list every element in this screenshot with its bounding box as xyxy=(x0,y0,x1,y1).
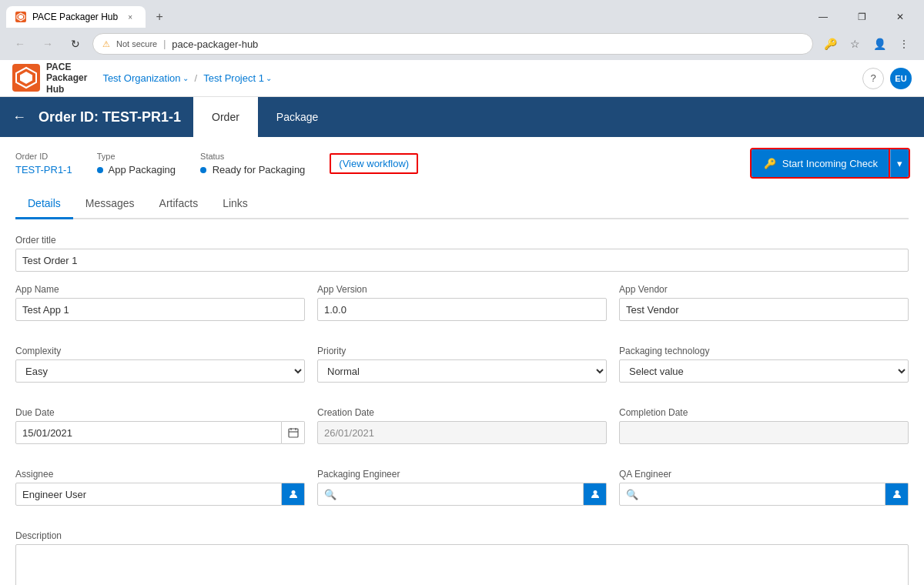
project-selector[interactable]: Test Project 1 ⌄ xyxy=(203,72,272,84)
address-bar[interactable]: ⚠ Not secure | pace-packager-hub xyxy=(92,33,813,55)
svg-point-11 xyxy=(593,490,597,494)
tab-artifacts[interactable]: Artifacts xyxy=(147,189,211,219)
forward-button[interactable]: → xyxy=(37,33,59,55)
svg-rect-6 xyxy=(289,429,298,437)
org-selector[interactable]: Test Organization ⌄ xyxy=(102,72,188,84)
description-label: Description xyxy=(15,530,909,541)
page-header: ← Order ID: TEST-PR1-1 Order Package xyxy=(0,97,924,137)
maximize-button[interactable]: ❐ xyxy=(844,6,879,28)
packaging-engineer-input[interactable] xyxy=(317,483,584,506)
packaging-engineer-select-button[interactable] xyxy=(584,483,607,506)
order-status-field: Status Ready for Packaging xyxy=(200,152,305,176)
order-title-input[interactable] xyxy=(15,249,909,272)
address-separator: | xyxy=(163,38,166,49)
tab-links[interactable]: Links xyxy=(210,189,260,219)
org-name-text: Test Organization xyxy=(102,72,180,84)
assignee-input[interactable] xyxy=(15,483,282,506)
app-vendor-input[interactable] xyxy=(619,298,909,321)
start-incoming-check-button[interactable]: 🔑 Start Incoming Check xyxy=(752,149,890,177)
bookmark-icon[interactable]: ☆ xyxy=(844,33,865,55)
details-form: Order title App Name App Version App Ven… xyxy=(15,235,909,585)
order-status-label: Status xyxy=(200,152,305,161)
tab-close-button[interactable]: × xyxy=(124,11,136,23)
key-icon[interactable]: 🔑 xyxy=(819,33,841,55)
due-date-calendar-button[interactable] xyxy=(282,421,305,444)
key-icon: 🔑 xyxy=(764,158,776,169)
browser-chrome: PACE Packager Hub × + — ❐ ✕ ← → ↻ ⚠ Not … xyxy=(0,0,924,60)
assignee-label: Assignee xyxy=(15,469,305,480)
action-button-group: 🔑 Start Incoming Check ▾ xyxy=(752,149,909,177)
assignee-select-button[interactable] xyxy=(282,483,305,506)
complexity-label: Complexity xyxy=(15,346,305,356)
view-workflow-button[interactable]: (View workflow) xyxy=(330,153,418,174)
packaging-tech-group: Packaging technology Select value MSI MS… xyxy=(619,346,909,383)
back-to-list-button[interactable]: ← xyxy=(0,109,38,125)
close-button[interactable]: ✕ xyxy=(882,6,918,28)
app-vendor-label: App Vendor xyxy=(619,284,909,295)
creation-date-label: Creation Date xyxy=(317,407,607,418)
assignee-group: Assignee xyxy=(15,469,305,506)
header-actions: ? EU xyxy=(862,68,912,89)
priority-label: Priority xyxy=(317,346,607,356)
order-status-value: Ready for Packaging xyxy=(200,164,305,176)
completion-date-input xyxy=(619,421,909,444)
completion-date-group: Completion Date xyxy=(619,407,909,444)
packaging-engineer-input-group xyxy=(317,483,607,506)
order-id-value: TEST-PR1-1 xyxy=(15,164,72,176)
new-tab-button[interactable]: + xyxy=(149,6,170,28)
logo-text: PACE Packager Hub xyxy=(46,62,87,95)
page-title: Order ID: TEST-PR1-1 xyxy=(38,109,193,125)
menu-icon[interactable]: ⋮ xyxy=(893,33,915,55)
status-dot xyxy=(200,167,206,173)
browser-tab[interactable]: PACE Packager Hub × xyxy=(6,6,146,28)
app-logo: PACE Packager Hub xyxy=(12,62,87,95)
tab-details[interactable]: Details xyxy=(15,189,73,219)
due-date-input[interactable] xyxy=(15,421,282,444)
content-tab-group: Details Messages Artifacts Links xyxy=(15,189,909,219)
tab-package[interactable]: Package xyxy=(258,97,336,137)
order-title-group: Order title xyxy=(15,235,909,272)
url-text: pace-packager-hub xyxy=(172,38,258,50)
app-container: PACE Packager Hub Test Organization ⌄ / … xyxy=(0,60,924,585)
due-date-wrapper xyxy=(15,421,305,444)
calendar-icon xyxy=(288,427,299,438)
refresh-button[interactable]: ↻ xyxy=(65,33,86,55)
minimize-button[interactable]: — xyxy=(805,6,841,28)
toolbar-icons: 🔑 ☆ 👤 ⋮ xyxy=(819,33,915,55)
back-button[interactable]: ← xyxy=(9,33,31,55)
description-group: Description xyxy=(15,530,909,585)
order-type-value: App Packaging xyxy=(97,164,176,176)
qa-engineer-group: QA Engineer xyxy=(619,469,909,506)
assignee-input-group xyxy=(15,483,305,506)
packaging-tech-select[interactable]: Select value MSI MSIX App-V xyxy=(619,359,909,383)
app-version-label: App Version xyxy=(317,284,607,295)
order-id-field: Order ID TEST-PR1-1 xyxy=(15,152,72,176)
order-id-label: Order ID xyxy=(15,152,72,161)
tab-messages[interactable]: Messages xyxy=(73,189,147,219)
order-title-label: Order title xyxy=(15,235,909,246)
complexity-select[interactable]: Easy Medium Hard xyxy=(15,359,305,383)
order-type-field: Type App Packaging xyxy=(97,152,176,176)
user-avatar[interactable]: EU xyxy=(890,68,912,89)
not-secure-label: Not secure xyxy=(116,39,157,48)
tab-order[interactable]: Order xyxy=(193,97,258,137)
project-chevron-icon: ⌄ xyxy=(266,74,272,82)
creation-date-input xyxy=(317,421,607,444)
page-tab-group: Order Package xyxy=(193,97,336,137)
due-date-group: Due Date xyxy=(15,407,305,444)
app-version-input[interactable] xyxy=(317,298,607,321)
description-textarea[interactable] xyxy=(15,544,909,585)
qa-engineer-input[interactable] xyxy=(619,483,886,506)
type-status-dot xyxy=(97,167,103,173)
content-area: Order ID TEST-PR1-1 Type App Packaging S… xyxy=(0,137,924,585)
due-date-label: Due Date xyxy=(15,407,305,418)
person-icon xyxy=(590,489,601,500)
start-check-dropdown-button[interactable]: ▾ xyxy=(890,149,909,177)
app-header: PACE Packager Hub Test Organization ⌄ / … xyxy=(0,60,924,97)
app-name-input[interactable] xyxy=(15,298,305,321)
qa-engineer-select-button[interactable] xyxy=(886,483,909,506)
help-button[interactable]: ? xyxy=(862,68,884,89)
profile-icon[interactable]: 👤 xyxy=(869,33,890,55)
window-controls: — ❐ ✕ xyxy=(805,6,918,28)
priority-select[interactable]: Low Normal High xyxy=(317,359,607,383)
